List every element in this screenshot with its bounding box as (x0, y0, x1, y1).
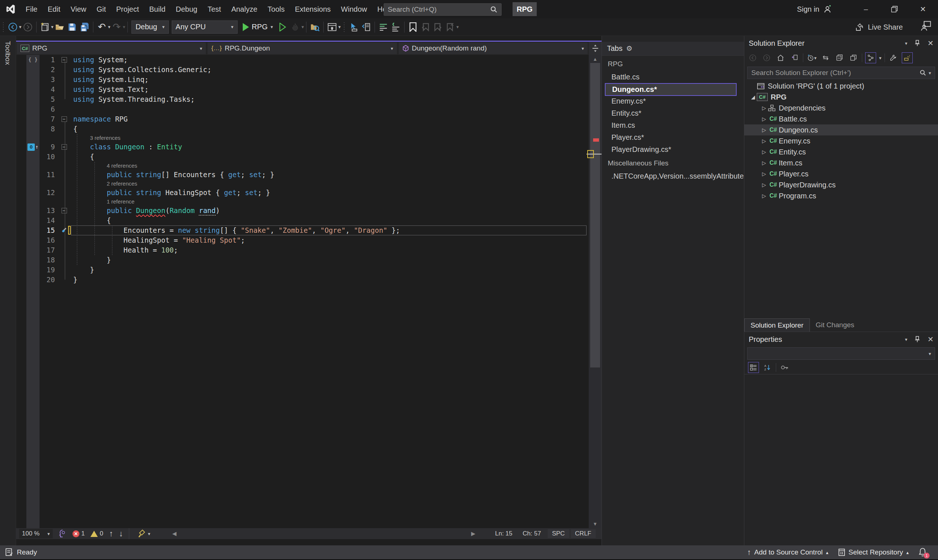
code-line-4[interactable]: 4using System.Text; (16, 85, 589, 94)
fold-collapse-icon[interactable]: − (61, 142, 67, 152)
feedback-project-badge[interactable]: RPG (513, 2, 537, 16)
panel-tab-git-changes[interactable]: Git Changes (810, 318, 860, 332)
error-count-indicator[interactable]: ✕ 1 (72, 530, 85, 537)
solution-platform-dropdown[interactable]: Any CPU ▾ (172, 20, 237, 34)
panel-menu-caret[interactable]: ▾ (905, 41, 907, 46)
codelens-references-link[interactable]: 3 references (16, 134, 589, 142)
close-panel-icon[interactable]: ✕ (927, 39, 933, 48)
menu-git[interactable]: Git (91, 0, 111, 18)
select-repository-button[interactable]: Select Repository ▴ (838, 548, 909, 556)
fold-collapse-icon[interactable]: − (61, 55, 67, 65)
next-issue-button[interactable]: ↓ (119, 529, 123, 538)
code-line-20[interactable]: 20} (16, 275, 589, 285)
new-project-button[interactable] (39, 20, 51, 34)
menu-extensions[interactable]: Extensions (290, 0, 336, 18)
tabs-settings-gear-icon[interactable]: ⚙ (626, 44, 632, 53)
tab-item-enemycs[interactable]: Enemy.cs* (605, 95, 737, 107)
tree-item-dependencies[interactable]: ▷Dependencies (744, 103, 938, 114)
send-feedback-icon[interactable] (920, 20, 932, 31)
undo-button[interactable]: ↶ (95, 20, 108, 34)
menu-build[interactable]: Build (144, 0, 171, 18)
se-properties-wrench-button[interactable] (888, 52, 899, 63)
code-line-2[interactable]: 2using System.Collections.Generic; (16, 65, 589, 75)
tree-item-dungeoncs[interactable]: ▷C#Dungeon.cs (744, 125, 938, 135)
tab-item-itemcs[interactable]: Item.cs (605, 119, 737, 131)
code-line-8[interactable]: 8{ (16, 124, 589, 134)
save-all-button[interactable] (79, 20, 91, 34)
previous-issue-button[interactable]: ↑ (109, 529, 113, 538)
clear-bookmarks-button[interactable] (444, 20, 457, 34)
editor-zoom-dropdown[interactable]: 100 % ▾ (19, 529, 53, 538)
code-line-19[interactable]: 19 } (16, 265, 589, 275)
tree-item-playerdrawingcs[interactable]: ▷C#PlayerDrawing.cs (744, 179, 938, 190)
navigate-back-button[interactable] (6, 20, 19, 34)
tree-expander-icon[interactable]: ▷ (761, 138, 768, 144)
window-minimize-button[interactable]: – (855, 0, 877, 18)
tree-item-solutionrpg1of1project[interactable]: Solution 'RPG' (1 of 1 project) (744, 80, 938, 91)
breadcrumb-type-dropdown[interactable]: {…} RPG.Dungeon ▾ (208, 43, 396, 54)
scroll-up-arrow[interactable]: ▲ (589, 56, 602, 62)
global-search-input[interactable]: Search (Ctrl+Q) (384, 3, 502, 16)
properties-pages-key-icon[interactable] (779, 362, 790, 373)
h-scroll-right-arrow[interactable]: ▶ (471, 530, 476, 537)
tree-expander-icon[interactable]: ▷ (761, 182, 768, 188)
uncomment-button[interactable] (390, 20, 402, 34)
properties-menu-caret[interactable]: ▾ (905, 337, 907, 342)
menu-tools[interactable]: Tools (262, 0, 290, 18)
window-layout-caret[interactable]: ▾ (338, 24, 341, 30)
toolbar-grip-2[interactable] (343, 22, 345, 32)
next-bookmark-button[interactable] (432, 20, 444, 34)
code-line-9[interactable]: O↑9− class Dungeon : Entity (16, 142, 589, 152)
se-preview-selected-toggle[interactable] (902, 52, 913, 63)
tree-item-battlecs[interactable]: ▷C#Battle.cs (744, 114, 938, 125)
menu-test[interactable]: Test (202, 0, 226, 18)
start-debugging-button[interactable]: RPG ▾ (239, 20, 277, 34)
code-line-13[interactable]: 13− public Dungeon(Random rand) (16, 206, 589, 215)
column-indicator[interactable]: Ch: 57 (518, 530, 546, 537)
breadcrumb-project-dropdown[interactable]: C# RPG ▾ (17, 43, 206, 54)
find-in-files-button[interactable] (309, 20, 321, 34)
code-line-17[interactable]: 17 Health = 100; (16, 245, 589, 255)
window-close-button[interactable]: ✕ (912, 0, 934, 18)
tree-expander-icon[interactable]: ▷ (761, 193, 768, 199)
properties-close-icon[interactable]: ✕ (927, 335, 933, 344)
code-cleanup-button[interactable]: ▾ (137, 529, 151, 538)
tree-item-entitycs[interactable]: ▷C#Entity.cs (744, 146, 938, 157)
panel-tab-solution-explorer[interactable]: Solution Explorer (744, 318, 810, 332)
codelens-references-link[interactable]: 4 references (16, 162, 589, 170)
go-to-definition-button[interactable] (347, 20, 360, 34)
tab-item-entitycs[interactable]: Entity.cs* (605, 107, 737, 119)
fold-collapse-icon[interactable]: − (61, 206, 67, 215)
sign-in-button[interactable]: Sign in (797, 0, 832, 18)
menu-analyze[interactable]: Analyze (226, 0, 262, 18)
solution-explorer-shortcut-button[interactable] (326, 20, 338, 34)
h-scroll-left-arrow[interactable]: ◀ (172, 530, 177, 537)
menu-edit[interactable]: Edit (43, 0, 65, 18)
code-line-11[interactable]: 11 public string[] Encounters { get; set… (16, 170, 589, 180)
live-share-button[interactable]: Live Share (855, 18, 903, 36)
se-scope-button[interactable] (848, 52, 859, 63)
code-line-16[interactable]: 16 HealingSpot = "Healing Spot"; (16, 235, 589, 245)
code-line-14[interactable]: 14 { (16, 215, 589, 225)
solution-explorer-search-input[interactable]: Search Solution Explorer (Ctrl+') ▾ (747, 67, 935, 79)
spaces-indicator[interactable]: SPC (548, 529, 569, 538)
code-line-1[interactable]: { }1−using System; (16, 55, 589, 65)
start-without-debugging-button[interactable] (276, 20, 289, 34)
intellicode-icon[interactable] (59, 529, 67, 538)
tree-item-programcs[interactable]: ▷C#Program.cs (744, 190, 938, 201)
tree-item-rpg[interactable]: ◢C#RPG (744, 91, 938, 103)
se-show-all-files-caret[interactable]: ▾ (879, 55, 882, 61)
menu-window[interactable]: Window (336, 0, 372, 18)
line-ending-indicator[interactable]: CRLF (571, 529, 596, 538)
tree-expander-icon[interactable]: ▷ (761, 116, 768, 122)
menu-view[interactable]: View (66, 0, 91, 18)
navigate-forward-button[interactable] (22, 20, 34, 34)
bookmark-caret[interactable]: ▾ (457, 24, 459, 30)
codelens-references-link[interactable]: 2 references (16, 180, 589, 188)
se-show-all-files-toggle[interactable] (865, 52, 876, 63)
se-collapse-all-button[interactable] (834, 52, 845, 63)
hot-reload-button[interactable] (289, 20, 301, 34)
tree-item-itemcs[interactable]: ▷C#Item.cs (744, 157, 938, 168)
tab-item-playerdrawingcs[interactable]: PlayerDrawing.cs* (605, 143, 737, 155)
se-forward-button[interactable] (761, 52, 772, 63)
